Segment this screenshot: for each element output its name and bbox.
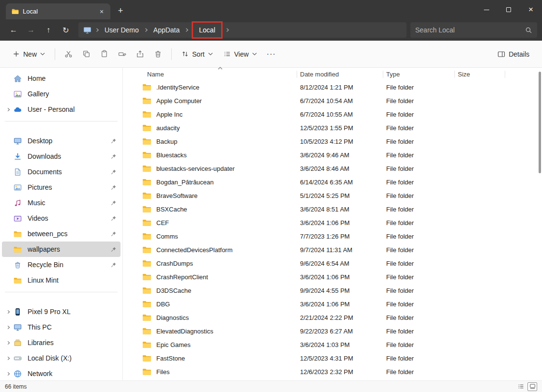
- file-type: File folder: [383, 328, 455, 335]
- file-row[interactable]: Epic Games 3/6/2024 1:03 PM File folder: [123, 338, 542, 351]
- file-row[interactable]: FastStone 12/5/2023 4:31 PM File folder: [123, 351, 542, 365]
- file-row[interactable]: Apple Inc 6/7/2024 10:55 AM File folder: [123, 107, 542, 121]
- cut-button[interactable]: [60, 46, 77, 61]
- sidebar-item-wallpapers[interactable]: wallpapers: [2, 241, 120, 257]
- toolbar-divider: [171, 48, 172, 60]
- minimize-button[interactable]: [475, 0, 497, 19]
- chevron-right-icon[interactable]: [3, 356, 14, 361]
- file-row[interactable]: D3DSCache 9/9/2024 4:55 PM File folder: [123, 284, 542, 297]
- large-thumbnails-view-toggle-button[interactable]: [527, 382, 537, 391]
- sidebar-item-network[interactable]: Network: [2, 366, 120, 380]
- chevron-right-icon[interactable]: [3, 309, 14, 315]
- new-button[interactable]: New: [8, 47, 50, 61]
- sidebar-item-downloads[interactable]: Downloads: [2, 149, 120, 164]
- more-options-button[interactable]: ···: [263, 48, 280, 60]
- tab-bar: Local × + ×: [0, 0, 542, 19]
- file-row[interactable]: Files 12/6/2023 2:32 PM File folder: [123, 365, 542, 378]
- sidebar-item-music[interactable]: Music: [2, 195, 120, 211]
- folder-icon: [142, 341, 151, 348]
- breadcrumb-local[interactable]: Local: [192, 21, 222, 39]
- sidebar-item-between-pcs[interactable]: between_pcs: [2, 226, 120, 241]
- file-type: File folder: [383, 84, 455, 91]
- refresh-button[interactable]: ↻: [57, 22, 75, 38]
- file-row[interactable]: Diagnostics 2/21/2024 2:22 PM File folde…: [123, 311, 542, 324]
- search-box: [410, 22, 537, 38]
- delete-button[interactable]: [150, 46, 166, 61]
- home-icon: [14, 75, 23, 83]
- copy-button[interactable]: [78, 46, 95, 61]
- file-row[interactable]: Comms 7/7/2023 1:26 PM File folder: [123, 229, 542, 243]
- sidebar-item-gallery[interactable]: Gallery: [2, 86, 120, 102]
- column-header-size[interactable]: Size: [455, 71, 505, 78]
- file-row[interactable]: Bogdan_Pătrăucean 6/14/2024 6:35 AM File…: [123, 175, 542, 189]
- file-row[interactable]: BSXCache 3/6/2024 8:51 AM File folder: [123, 202, 542, 216]
- file-row[interactable]: Bluestacks 3/6/2024 9:46 AM File folder: [123, 148, 542, 162]
- breadcrumb-chevron-icon: [143, 27, 149, 33]
- folder-icon: [142, 151, 151, 159]
- sort-button[interactable]: Sort: [177, 47, 218, 61]
- file-row[interactable]: CrashDumps 9/6/2024 6:54 AM File folder: [123, 256, 542, 270]
- downloads-icon: [14, 152, 23, 161]
- sidebar-item-linux-mint[interactable]: Linux Mint: [2, 272, 120, 288]
- up-button[interactable]: ↑: [40, 22, 57, 38]
- sidebar-item-user-personal[interactable]: User - Personal: [2, 102, 120, 117]
- back-button[interactable]: ←: [5, 22, 22, 38]
- paste-button[interactable]: [96, 46, 113, 61]
- file-row[interactable]: CrashReportClient 3/6/2024 1:06 PM File …: [123, 270, 542, 284]
- breadcrumb-user-demo[interactable]: User Demo: [101, 26, 142, 34]
- file-date-modified: 3/6/2024 9:46 AM: [297, 151, 383, 159]
- details-pane-button[interactable]: Details: [493, 47, 534, 61]
- file-row[interactable]: audacity 12/5/2023 1:55 PM File folder: [123, 121, 542, 135]
- tab-local[interactable]: Local ×: [6, 3, 110, 19]
- sidebar-item-home[interactable]: Home: [2, 71, 120, 86]
- vertical-scrollbar-thumb[interactable]: [539, 72, 541, 173]
- folder-icon: [14, 245, 23, 254]
- file-name: Diagnostics: [156, 314, 189, 321]
- file-row[interactable]: ElevatedDiagnostics 9/22/2023 6:27 AM Fi…: [123, 324, 542, 338]
- sidebar-item-pixel-9-pro-xl[interactable]: Pixel 9 Pro XL: [2, 304, 120, 319]
- share-button[interactable]: [132, 46, 149, 61]
- sidebar-item-pictures[interactable]: Pictures: [2, 180, 120, 195]
- search-input[interactable]: [415, 26, 525, 34]
- sidebar-item-documents[interactable]: Documents: [2, 164, 120, 180]
- chevron-right-icon[interactable]: [3, 371, 14, 377]
- rename-button[interactable]: [114, 46, 131, 61]
- sidebar-item-label: User - Personal: [28, 106, 109, 113]
- file-row[interactable]: Apple Computer 6/7/2024 10:54 AM File fo…: [123, 94, 542, 107]
- sidebar-item-this-pc[interactable]: This PC: [2, 319, 120, 335]
- address-bar[interactable]: User Demo AppData Local: [78, 22, 406, 38]
- file-row[interactable]: .IdentityService 8/12/2024 1:21 PM File …: [123, 80, 542, 94]
- breadcrumb-appdata[interactable]: AppData: [150, 26, 183, 34]
- sidebar-item-libraries[interactable]: Libraries: [2, 335, 120, 350]
- column-header-name[interactable]: Name: [142, 71, 297, 78]
- chevron-right-icon[interactable]: [3, 340, 14, 346]
- sidebar-item-local-disk-x[interactable]: Local Disk (X:): [2, 350, 120, 366]
- file-row[interactable]: Backup 10/5/2023 4:12 PM File folder: [123, 135, 542, 148]
- chevron-right-icon[interactable]: [3, 325, 14, 330]
- folder-icon: [142, 259, 151, 267]
- tab-close-icon[interactable]: ×: [97, 7, 106, 16]
- chevron-right-icon[interactable]: [3, 107, 14, 112]
- close-button[interactable]: ×: [520, 0, 542, 19]
- column-header-type[interactable]: Type: [383, 71, 455, 78]
- view-button[interactable]: View: [219, 47, 262, 61]
- maximize-button[interactable]: [497, 0, 520, 19]
- forward-button[interactable]: →: [22, 22, 40, 38]
- file-row[interactable]: ConnectedDevicesPlatform 9/7/2024 11:31 …: [123, 243, 542, 256]
- sidebar-item-recycle-bin[interactable]: Recycle Bin: [2, 257, 120, 272]
- file-type: File folder: [383, 124, 455, 132]
- file-row[interactable]: DBG 3/6/2024 1:06 PM File folder: [123, 297, 542, 311]
- address-bar-row: ← → ↑ ↻ User Demo AppData Local: [0, 19, 542, 41]
- folder-icon: [142, 83, 151, 91]
- file-row[interactable]: bluestacks-services-updater 3/6/2024 8:4…: [123, 162, 542, 175]
- file-name: audacity: [156, 124, 180, 132]
- sidebar-item-videos[interactable]: Videos: [2, 211, 120, 226]
- file-row[interactable]: BraveSoftware 5/1/2024 5:25 PM File fold…: [123, 189, 542, 202]
- details-view-toggle-button[interactable]: [516, 382, 526, 391]
- sidebar-item-label: Pictures: [28, 183, 109, 191]
- file-row[interactable]: CEF 3/6/2024 1:06 PM File folder: [123, 216, 542, 229]
- file-type: File folder: [383, 341, 455, 348]
- new-tab-button[interactable]: +: [113, 3, 128, 18]
- sidebar-item-desktop[interactable]: Desktop: [2, 133, 120, 149]
- column-header-date-modified[interactable]: Date modified: [297, 71, 383, 78]
